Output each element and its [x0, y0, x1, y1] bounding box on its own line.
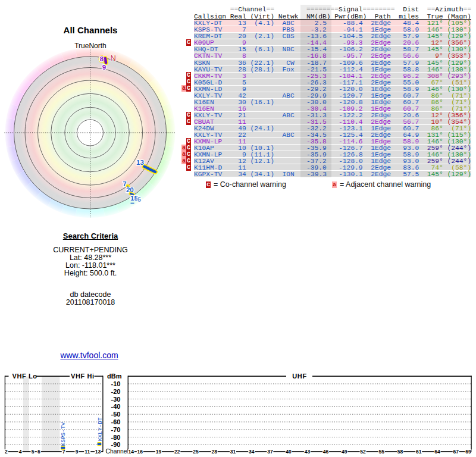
svg-text:VHF Hi: VHF Hi [71, 373, 95, 380]
svg-text:43: 43 [305, 449, 311, 455]
svg-text:-60: -60 [111, 418, 121, 425]
svg-text:16: 16 [137, 449, 143, 455]
svg-text:22: 22 [174, 449, 180, 455]
svg-text:-10: -10 [111, 380, 121, 387]
svg-text:7: 7 [62, 449, 65, 455]
svg-text:49: 49 [342, 449, 347, 455]
svg-text:5: 5 [32, 449, 35, 455]
svg-text:4: 4 [19, 449, 22, 455]
svg-text:6: 6 [37, 449, 40, 455]
svg-text:67: 67 [453, 449, 459, 455]
svg-text:8: 8 [100, 55, 104, 62]
svg-text:61: 61 [416, 449, 422, 455]
svg-text:34: 34 [249, 449, 255, 455]
svg-text:-30: -30 [111, 396, 121, 403]
svg-text:-50: -50 [111, 411, 121, 418]
svg-text:46: 46 [323, 449, 329, 455]
svg-text:dBm: dBm [107, 373, 122, 380]
svg-text:6: 6 [137, 196, 141, 203]
svg-text:11: 11 [84, 449, 90, 455]
svg-text:31: 31 [230, 449, 236, 455]
svg-text:-80: -80 [111, 434, 121, 441]
svg-text:64: 64 [434, 449, 440, 455]
svg-text:-90: -90 [111, 441, 121, 448]
svg-text:-40: -40 [111, 403, 121, 410]
svg-text:-20: -20 [111, 388, 121, 395]
svg-text:Channel: Channel [106, 448, 129, 455]
svg-text:52: 52 [360, 449, 366, 455]
svg-text:KSPS-TV: KSPS-TV [60, 422, 67, 446]
svg-text:KXLY-DT: KXLY-DT [98, 417, 104, 441]
svg-text:58: 58 [397, 449, 403, 455]
svg-text:55: 55 [379, 449, 385, 455]
svg-text:UHF: UHF [292, 373, 306, 380]
svg-text:25: 25 [193, 449, 199, 455]
svg-text:40: 40 [286, 449, 292, 455]
svg-text:37: 37 [267, 449, 273, 455]
svg-text:9: 9 [102, 64, 106, 71]
svg-text:13: 13 [136, 159, 144, 166]
svg-text:28: 28 [211, 449, 217, 455]
svg-text:69: 69 [465, 449, 471, 455]
svg-text:N: N [111, 54, 116, 62]
svg-text:13: 13 [95, 449, 101, 455]
svg-text:VHF Lo: VHF Lo [12, 373, 37, 380]
svg-text:19: 19 [156, 449, 162, 455]
svg-text:14: 14 [128, 449, 134, 455]
svg-text:-70: -70 [111, 426, 121, 433]
svg-text:2: 2 [5, 449, 8, 455]
svg-text:9: 9 [76, 449, 79, 455]
